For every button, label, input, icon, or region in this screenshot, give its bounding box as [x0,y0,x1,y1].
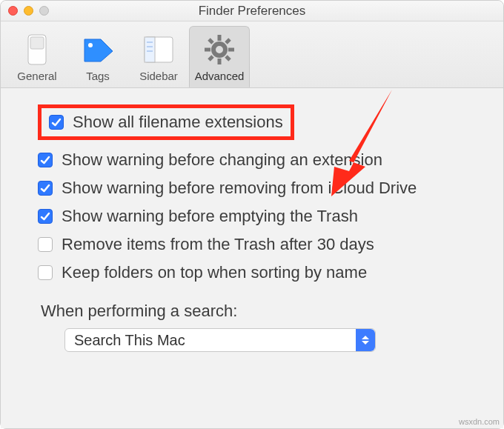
tab-general[interactable]: General [7,26,67,87]
svg-line-16 [226,39,230,43]
tab-tags[interactable]: Tags [67,26,128,87]
search-scope-select[interactable]: Search This Mac [64,328,376,352]
checkbox-warn-trash[interactable] [38,209,53,224]
tag-icon [70,30,126,70]
option-warn-icloud: Show warning before removing from iCloud… [38,174,474,202]
switch-icon [9,30,65,70]
svg-point-8 [213,44,225,56]
tab-label: General [9,70,65,82]
checkbox-warn-extension[interactable] [38,153,53,167]
svg-rect-4 [145,37,155,62]
svg-rect-1 [30,37,44,49]
label-warn-icloud: Show warning before removing from iCloud… [62,179,417,198]
search-section-label: When performing a search: [41,302,474,321]
svg-point-2 [88,43,93,47]
tab-label: Advanced [191,70,248,82]
sidebar-icon [130,30,187,70]
label-show-extensions: Show all filename extensions [73,113,283,132]
watermark: wsxdn.com [459,417,500,426]
label-warn-extension: Show warning before changing an extensio… [62,150,382,170]
pref-toolbar: General Tags Sidebar Advanced [1,21,503,88]
pref-content: Show all filename extensions Show warnin… [1,88,503,428]
titlebar: Finder Preferences [1,1,503,21]
checkbox-folders-top[interactable] [38,265,53,280]
chevron-up-down-icon [356,329,375,351]
preferences-window: Finder Preferences General Tags Sidebar … [0,0,504,429]
label-folders-top: Keep folders on top when sorting by name [62,263,367,282]
tab-label: Sidebar [130,70,187,82]
checkbox-remove-30[interactable] [38,237,53,252]
tab-sidebar[interactable]: Sidebar [128,26,189,87]
option-warn-extension: Show warning before changing an extensio… [38,146,474,174]
checkbox-show-extensions[interactable] [49,115,64,130]
option-folders-top: Keep folders on top when sorting by name [38,259,474,287]
select-value: Search This Mac [74,332,185,349]
window-title: Finder Preferences [1,4,503,19]
option-warn-trash: Show warning before emptying the Trash [38,202,474,230]
highlighted-option: Show all filename extensions [38,104,294,140]
tab-label: Tags [70,70,126,82]
option-remove-30: Remove items from the Trash after 30 day… [38,230,474,259]
label-remove-30: Remove items from the Trash after 30 day… [62,235,374,254]
checkbox-warn-icloud[interactable] [38,181,53,196]
svg-line-15 [209,56,213,60]
tab-advanced[interactable]: Advanced [189,26,250,87]
svg-line-13 [209,39,213,43]
gear-icon [191,30,248,70]
label-warn-trash: Show warning before emptying the Trash [62,207,358,226]
svg-line-14 [226,56,230,60]
